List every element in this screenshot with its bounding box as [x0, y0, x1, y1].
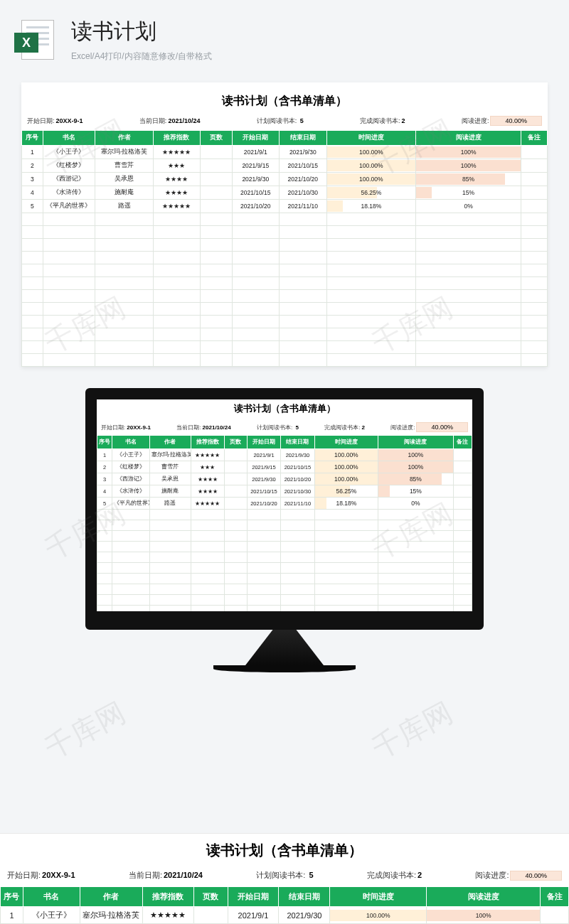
cell-empty[interactable]	[378, 563, 453, 574]
cell-empty[interactable]	[43, 328, 95, 341]
cell-author[interactable]: 路遥	[149, 498, 191, 510]
cell-end[interactable]: 2021/10/15	[281, 461, 314, 473]
cell-empty[interactable]	[247, 520, 280, 531]
cell-empty[interactable]	[153, 239, 201, 252]
th-start[interactable]: 开始日期	[232, 131, 280, 146]
cell-empty[interactable]	[191, 595, 224, 606]
cell-empty[interactable]	[43, 316, 95, 328]
cell-empty[interactable]	[153, 277, 201, 290]
table-row[interactable]: 4《水浒传》施耐庵★★★★2021/10/152021/10/3056.25%1…	[97, 485, 472, 498]
cell-rating[interactable]: ★★★★★	[191, 449, 224, 461]
cell-empty[interactable]	[232, 213, 280, 226]
cell-empty[interactable]	[280, 252, 327, 264]
cell-empty[interactable]	[326, 264, 416, 277]
cell-empty[interactable]	[521, 213, 548, 226]
cell-read-progress[interactable]: 100%	[378, 461, 453, 473]
cell-empty[interactable]	[326, 328, 416, 341]
cell-empty[interactable]	[280, 239, 327, 252]
cell-pages[interactable]	[201, 173, 232, 186]
cell-empty[interactable]	[153, 226, 201, 239]
table-row[interactable]: 3《西游记》吴承恩★★★★2021/9/302021/10/20100.00%8…	[22, 173, 548, 186]
cell-name[interactable]: 《红楼梦》	[43, 159, 95, 173]
cell-empty[interactable]	[378, 552, 453, 563]
cell-empty[interactable]	[225, 542, 248, 552]
cell-empty[interactable]	[153, 354, 201, 367]
cell-empty[interactable]	[314, 606, 378, 616]
cell-empty[interactable]	[95, 252, 153, 264]
cell-empty[interactable]	[378, 606, 453, 616]
cell-empty[interactable]	[280, 303, 327, 316]
cell-author[interactable]: 路遥	[95, 200, 153, 213]
cell-empty[interactable]	[22, 239, 43, 252]
cell-empty[interactable]	[43, 264, 95, 277]
cell-empty[interactable]	[280, 226, 327, 239]
cell-start[interactable]: 2021/10/20	[232, 200, 280, 213]
table-row-empty[interactable]	[22, 277, 548, 290]
cell-empty[interactable]	[326, 316, 416, 328]
cell-empty[interactable]	[281, 584, 314, 595]
cell-pages[interactable]	[225, 485, 248, 498]
cell-seq[interactable]: 4	[97, 485, 112, 498]
cell-read-progress[interactable]: 85%	[416, 173, 521, 186]
cell-seq[interactable]: 3	[97, 473, 112, 485]
cell-empty[interactable]	[225, 520, 248, 531]
cell-note[interactable]	[521, 159, 548, 173]
cell-empty[interactable]	[326, 341, 416, 354]
cell-read-progress[interactable]: 100%	[416, 146, 521, 159]
table-row-empty[interactable]	[22, 354, 548, 367]
cell-name[interactable]: 《平凡的世界》	[43, 200, 95, 213]
cell-note[interactable]	[521, 173, 548, 186]
cell-rating[interactable]: ★★★★★	[153, 146, 201, 159]
cell-pages[interactable]	[225, 449, 248, 461]
cell-rating[interactable]: ★★★	[153, 159, 201, 173]
cell-pages[interactable]	[201, 200, 232, 213]
cell-empty[interactable]	[281, 595, 314, 606]
table-row[interactable]: 4《水浒传》施耐庵★★★★2021/10/152021/10/3056.25%1…	[22, 186, 548, 200]
table-row[interactable]: 2《红楼梦》曹雪芹★★★2021/9/152021/10/15100.00%10…	[22, 159, 548, 173]
cell-start[interactable]: 2021/9/1	[247, 449, 280, 461]
cell-empty[interactable]	[280, 328, 327, 341]
cell-empty[interactable]	[232, 316, 280, 328]
cell-empty[interactable]	[280, 264, 327, 277]
cell-empty[interactable]	[281, 542, 314, 552]
cell-empty[interactable]	[416, 303, 521, 316]
cell-empty[interactable]	[281, 510, 314, 520]
cell-empty[interactable]	[232, 252, 280, 264]
table-row-empty[interactable]	[97, 531, 472, 542]
cell-empty[interactable]	[314, 574, 378, 584]
cell-note[interactable]	[453, 473, 472, 485]
cell-empty[interactable]	[97, 574, 112, 584]
table-row-empty[interactable]	[22, 316, 548, 328]
cell-note[interactable]	[521, 146, 548, 159]
cell-empty[interactable]	[191, 552, 224, 563]
cell-empty[interactable]	[232, 290, 280, 303]
cell-empty[interactable]	[521, 239, 548, 252]
cell-empty[interactable]	[232, 303, 280, 316]
cell-empty[interactable]	[149, 531, 191, 542]
cell-empty[interactable]	[22, 264, 43, 277]
cell-time-progress[interactable]: 18.18%	[326, 200, 416, 213]
cell-empty[interactable]	[149, 520, 191, 531]
cell-empty[interactable]	[232, 354, 280, 367]
cell-empty[interactable]	[191, 510, 224, 520]
table-row-empty[interactable]	[97, 595, 472, 606]
cell-empty[interactable]	[201, 264, 232, 277]
cell-empty[interactable]	[225, 595, 248, 606]
th-start[interactable]: 开始日期	[228, 887, 279, 907]
cell-empty[interactable]	[247, 606, 280, 616]
th-time_progress[interactable]: 时间进度	[326, 131, 416, 146]
cell-empty[interactable]	[326, 354, 416, 367]
reading-table[interactable]: 序号书名作者推荐指数页数开始日期结束日期时间进度阅读进度备注1《小王子》塞尔玛·…	[21, 130, 548, 367]
table-row[interactable]: 2《红楼梦》曹雪芹★★★2021/9/152021/10/15100.00%10…	[97, 461, 472, 473]
cell-rating[interactable]: ★★★★	[191, 485, 224, 498]
cell-empty[interactable]	[280, 341, 327, 354]
cell-pages[interactable]	[225, 473, 248, 485]
cell-empty[interactable]	[521, 252, 548, 264]
cell-empty[interactable]	[22, 303, 43, 316]
cell-empty[interactable]	[378, 520, 453, 531]
cell-empty[interactable]	[201, 213, 232, 226]
cell-empty[interactable]	[112, 552, 150, 563]
cell-read-progress[interactable]: 15%	[378, 485, 453, 498]
table-row-empty[interactable]	[22, 264, 548, 277]
cell-author[interactable]: 施耐庵	[149, 485, 191, 498]
